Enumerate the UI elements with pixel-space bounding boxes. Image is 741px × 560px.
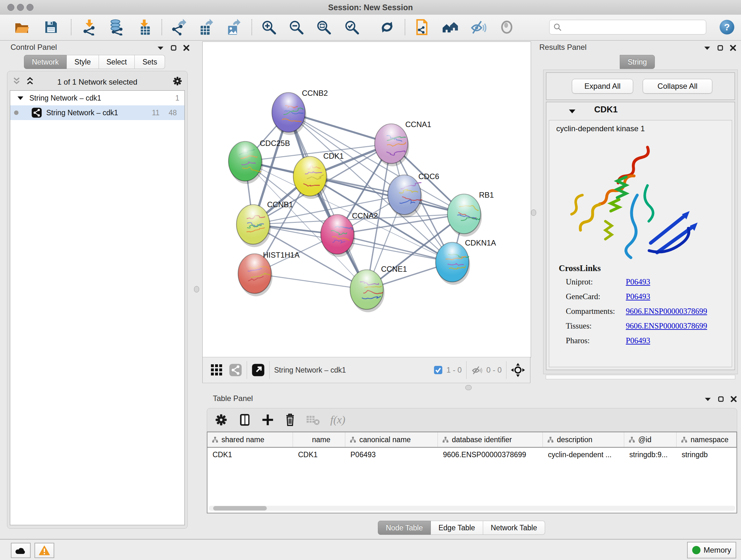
tab-select[interactable]: Select <box>99 55 135 69</box>
zoom-fit-button[interactable] <box>314 17 333 38</box>
node-CCNA2[interactable]: CCNA2 <box>321 211 378 257</box>
node-HIST1H1A[interactable]: HIST1H1A <box>238 251 300 296</box>
network-options-gear-icon[interactable] <box>172 76 183 88</box>
import-network-button[interactable] <box>79 17 99 38</box>
crosslink-link[interactable]: P06493 <box>626 336 650 345</box>
node-CDKN1A[interactable]: CDKN1A <box>435 239 496 285</box>
column-header-shared-name[interactable]: shared name <box>207 432 293 447</box>
column-header-description[interactable]: description <box>543 432 624 447</box>
table-cell[interactable]: CDK1 <box>293 448 345 462</box>
detach-view-icon[interactable] <box>252 363 265 377</box>
crosslink-link[interactable]: P06493 <box>626 277 650 287</box>
float-panel-icon[interactable] <box>704 396 711 401</box>
tab-network[interactable]: Network <box>24 55 67 69</box>
hidden-eye-slash-icon[interactable] <box>471 365 482 375</box>
add-column-icon[interactable] <box>261 414 274 426</box>
table-cell[interactable]: stringdb <box>677 448 737 462</box>
column-header--id[interactable]: @id <box>624 432 677 447</box>
search-input[interactable] <box>562 23 697 32</box>
cloud-button[interactable] <box>11 543 30 558</box>
tab-node-table[interactable]: Node Table <box>378 521 431 535</box>
node-CCNB2[interactable]: CCNB2 <box>272 89 328 135</box>
bottom-splitter-handle[interactable] <box>465 385 472 390</box>
network-graph: CCNB2CCNA1CDC25BCDK1CDC6RB1CCNB1CCNA2CDK… <box>203 42 531 357</box>
selected-checkbox-icon[interactable] <box>434 366 443 374</box>
node-CCNB1[interactable]: CCNB1 <box>237 200 293 247</box>
crosslink-link[interactable]: P06493 <box>626 292 650 301</box>
string-home-button[interactable] <box>441 17 461 38</box>
open-session-button[interactable] <box>12 17 31 38</box>
column-header-database-identifier[interactable]: database identifier <box>438 432 543 447</box>
expand-all-button[interactable]: Expand All <box>572 79 633 94</box>
table-cell[interactable]: 9606.ENSP00000378699 <box>438 448 543 462</box>
crosslink-link[interactable]: 9606.ENSP00000378699 <box>626 307 707 316</box>
table-cell[interactable]: P06493 <box>345 448 438 462</box>
maximize-panel-icon[interactable] <box>717 45 724 51</box>
export-network-button[interactable] <box>169 17 189 38</box>
node-CCNE1[interactable]: CCNE1 <box>350 265 407 312</box>
table-settings-gear-icon[interactable] <box>214 413 228 427</box>
column-header-name[interactable]: name <box>293 432 345 447</box>
apply-layout-button[interactable] <box>377 17 397 38</box>
toolbar-separator <box>252 19 252 35</box>
table-cell[interactable]: cyclin-dependent ... <box>543 448 624 462</box>
search-box[interactable] <box>549 20 706 35</box>
table-hscrollbar-thumb[interactable] <box>213 506 267 510</box>
crosslink-link[interactable]: 9606.ENSP00000378699 <box>626 321 707 330</box>
collection-expander-icon[interactable] <box>17 96 23 101</box>
tab-edge-table[interactable]: Edge Table <box>431 521 483 535</box>
cloud-icon <box>15 546 26 555</box>
node-CCNA1[interactable]: CCNA1 <box>375 120 431 166</box>
hide-unhide-button[interactable] <box>468 17 488 38</box>
table-hscrollbar[interactable] <box>209 506 735 511</box>
close-panel-icon[interactable] <box>731 396 737 402</box>
maximize-panel-icon[interactable] <box>718 396 724 402</box>
edge-CCNB2-CCNE1[interactable] <box>288 112 367 290</box>
preview-button[interactable] <box>497 17 517 38</box>
network-status-dot <box>14 111 18 115</box>
node-RB1[interactable]: RB1 <box>448 191 494 237</box>
tab-string[interactable]: String <box>620 55 655 69</box>
close-panel-icon[interactable] <box>183 45 190 51</box>
network-row-selected[interactable]: String Network – cdk1 11 48 <box>10 105 185 120</box>
export-image-button[interactable] <box>224 17 244 38</box>
node-label-HIST1H1A: HIST1H1A <box>263 251 300 259</box>
float-panel-icon[interactable] <box>704 45 711 51</box>
left-splitter-handle[interactable] <box>194 286 199 293</box>
memory-button[interactable]: Memory <box>687 542 736 558</box>
right-splitter-handle[interactable] <box>531 209 536 216</box>
node-label-CDC6: CDC6 <box>418 172 439 181</box>
show-columns-icon[interactable] <box>238 413 252 427</box>
entry-expander-icon[interactable] <box>569 109 576 114</box>
table-cell[interactable]: stringdb:9... <box>624 448 677 462</box>
network-view-share-icon[interactable] <box>229 363 242 377</box>
network-canvas[interactable]: CCNB2CCNA1CDC25BCDK1CDC6RB1CCNB1CCNA2CDK… <box>202 42 531 358</box>
save-session-button[interactable] <box>41 17 61 38</box>
network-from-file-button[interactable] <box>412 17 432 38</box>
collapse-all-button[interactable]: Collapse All <box>643 79 712 94</box>
status-bar: Memory <box>0 539 741 560</box>
network-collection-row[interactable]: String Network – cdk1 1 <box>10 91 185 105</box>
import-table-button[interactable] <box>134 17 154 38</box>
help-button[interactable]: ? <box>720 20 734 35</box>
tab-style[interactable]: Style <box>67 55 98 69</box>
maximize-panel-icon[interactable] <box>171 45 177 51</box>
tab-network-table[interactable]: Network Table <box>483 521 545 535</box>
delete-column-icon[interactable] <box>284 413 296 427</box>
table-cell[interactable]: CDK1 <box>207 448 293 462</box>
column-header-namespace[interactable]: namespace <box>677 432 737 447</box>
zoom-selected-button[interactable] <box>342 17 361 38</box>
table-row[interactable]: CDK1CDK1P064939606.ENSP00000378699cyclin… <box>207 448 737 462</box>
zoom-out-button[interactable] <box>286 17 306 38</box>
results-scrollbar-track[interactable] <box>546 375 735 379</box>
tab-sets[interactable]: Sets <box>135 55 165 69</box>
column-header-canonical-name[interactable]: canonical name <box>345 432 438 447</box>
birds-eye-view-icon[interactable] <box>511 363 525 377</box>
close-panel-icon[interactable] <box>730 45 736 51</box>
float-panel-icon[interactable] <box>157 45 164 51</box>
import-network-from-database-button[interactable] <box>107 17 127 38</box>
zoom-in-button[interactable] <box>259 17 279 38</box>
warnings-button[interactable] <box>35 543 54 558</box>
export-table-button[interactable] <box>196 17 216 38</box>
grid-view-icon[interactable] <box>210 364 223 376</box>
